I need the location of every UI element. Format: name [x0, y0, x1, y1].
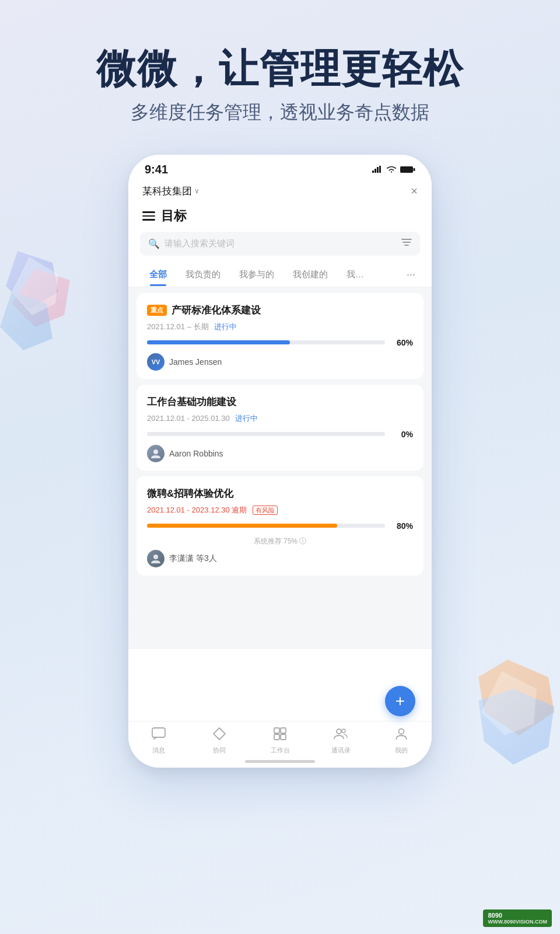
progress-fill-1 — [147, 340, 290, 344]
task-title-3: 微聘&招聘体验优化 — [147, 487, 233, 500]
messages-icon — [152, 727, 166, 744]
battery-icon — [400, 166, 415, 173]
page-title: 目标 — [161, 207, 187, 225]
task-status-2: 进行中 — [235, 414, 258, 423]
svg-point-17 — [153, 555, 158, 559]
watermark: 8090 WWW.8090VISION.COM — [483, 909, 552, 927]
svg-point-24 — [337, 729, 341, 734]
company-selector[interactable]: 某科技集团 ∨ — [142, 184, 200, 198]
svg-marker-19 — [214, 728, 225, 740]
watermark-line2: WWW.8090VISION.COM — [488, 919, 547, 925]
tab-participating[interactable]: 我参与的 — [230, 263, 284, 286]
task-card-3[interactable]: 微聘&招聘体验优化 2021.12.01 - 2023.12.30 逾期 有风险… — [136, 476, 424, 576]
task-overdue-label: 逾期 — [232, 506, 247, 514]
page-title-bar: 目标 — [128, 203, 432, 232]
tab-more-icon[interactable]: ··· — [402, 263, 420, 287]
tab-my[interactable]: 我… — [337, 263, 373, 286]
nav-label-profile: 我的 — [395, 746, 408, 755]
nav-label-contacts: 通讯录 — [331, 746, 351, 755]
svg-rect-9 — [377, 167, 379, 173]
task-meta-3: 2021.12.01 - 2023.12.30 逾期 有风险 — [147, 505, 413, 515]
task-card-header-3: 微聘&招聘体验优化 — [147, 487, 413, 500]
svg-rect-18 — [152, 728, 165, 737]
content-area: 重点 产研标准化体系建设 2021.12.01 – 长期 进行中 60% VV … — [128, 287, 432, 649]
task-tag-1: 重点 — [147, 305, 167, 316]
svg-rect-20 — [274, 728, 279, 733]
profile-icon — [395, 727, 408, 744]
nav-item-contacts[interactable]: 通讯录 — [310, 727, 371, 755]
fab-button[interactable]: + — [385, 686, 415, 716]
phone-mockup: 9:41 — [128, 155, 432, 768]
crystal-left-decoration — [0, 245, 93, 362]
task-meta-2: 2021.12.01 - 2025.01.30 进行中 — [147, 413, 413, 424]
status-icons — [372, 165, 415, 173]
task-meta-1: 2021.12.01 – 长期 进行中 — [147, 322, 413, 332]
progress-row-2: 0% — [147, 430, 413, 439]
avatar-2 — [147, 445, 164, 462]
nav-item-collab[interactable]: 协同 — [189, 727, 250, 755]
filter-icon[interactable] — [401, 238, 412, 250]
tab-created[interactable]: 我创建的 — [284, 263, 337, 286]
svg-rect-8 — [374, 169, 376, 173]
progress-row-1: 60% — [147, 338, 413, 347]
svg-point-16 — [153, 449, 158, 454]
collab-icon — [213, 727, 226, 744]
avatar-row-3: 李潇潇 等3人 — [147, 550, 413, 567]
watermark-line1: 8090 — [488, 912, 502, 919]
search-placeholder: 请输入搜索关键词 — [164, 238, 397, 249]
tabs-bar: 全部 我负责的 我参与的 我创建的 我… ··· — [128, 263, 432, 287]
svg-point-25 — [342, 729, 345, 733]
search-icon: 🔍 — [148, 238, 160, 249]
hero-subtitle: 多维度任务管理，透视业务奇点数据 — [0, 100, 560, 126]
progress-pct-2: 0% — [391, 430, 413, 439]
company-name-text: 某科技集团 — [142, 184, 192, 198]
search-bar[interactable]: 🔍 请输入搜索关键词 — [140, 232, 420, 256]
svg-rect-12 — [414, 168, 415, 171]
home-indicator — [245, 760, 315, 763]
progress-row-3: 80% — [147, 521, 413, 531]
task-risk-label: 有风险 — [253, 506, 278, 515]
svg-rect-10 — [379, 166, 381, 173]
avatar-row-2: Aaron Robbins — [147, 445, 413, 462]
task-card-header-2: 工作台基础功能建设 — [147, 395, 413, 409]
task-card-header-1: 重点 产研标准化体系建设 — [147, 304, 413, 317]
nav-item-profile[interactable]: 我的 — [371, 727, 432, 755]
task-status-1: 进行中 — [214, 322, 237, 331]
task-date-1: 2021.12.01 – 长期 — [147, 322, 209, 331]
svg-rect-23 — [281, 734, 286, 740]
tab-responsible[interactable]: 我负责的 — [176, 263, 230, 286]
svg-rect-22 — [274, 734, 279, 740]
hero-title: 微微，让管理更轻松 — [0, 47, 560, 90]
tab-all[interactable]: 全部 — [140, 263, 176, 286]
status-bar: 9:41 — [128, 155, 432, 180]
nav-item-workspace[interactable]: 工作台 — [250, 727, 310, 755]
nav-label-messages: 消息 — [152, 746, 165, 755]
assignee-3: 李潇潇 等3人 — [169, 553, 217, 564]
task-card-2[interactable]: 工作台基础功能建设 2021.12.01 - 2025.01.30 进行中 0% — [136, 385, 424, 471]
svg-rect-21 — [281, 728, 286, 733]
hero-section: 微微，让管理更轻松 多维度任务管理，透视业务奇点数据 — [0, 0, 560, 149]
svg-point-26 — [399, 729, 404, 734]
signal-icon — [372, 166, 383, 173]
workspace-icon — [274, 727, 286, 744]
progress-track-3 — [147, 524, 385, 528]
wifi-icon — [386, 165, 397, 173]
system-suggest-3: 系统推荐 75% ⓘ — [147, 536, 413, 546]
progress-pct-3: 80% — [391, 521, 413, 531]
status-time: 9:41 — [145, 163, 168, 176]
svg-rect-7 — [372, 170, 374, 173]
close-button[interactable]: × — [411, 184, 418, 198]
assignee-2: Aaron Robbins — [169, 449, 223, 458]
progress-track-1 — [147, 340, 385, 344]
progress-fill-3 — [147, 524, 337, 528]
nav-item-messages[interactable]: 消息 — [128, 727, 189, 755]
contacts-icon — [334, 727, 348, 744]
crystal-right-decoration — [467, 654, 560, 771]
task-title-2: 工作台基础功能建设 — [147, 395, 236, 409]
hamburger-icon[interactable] — [142, 211, 155, 221]
chevron-down-icon: ∨ — [194, 187, 200, 195]
task-card-1[interactable]: 重点 产研标准化体系建设 2021.12.01 – 长期 进行中 60% VV … — [136, 293, 424, 379]
avatar-row-1: VV James Jensen — [147, 353, 413, 371]
task-date-3: 2021.12.01 - 2023.12.30 — [147, 506, 230, 514]
app-header: 某科技集团 ∨ × — [128, 180, 432, 203]
